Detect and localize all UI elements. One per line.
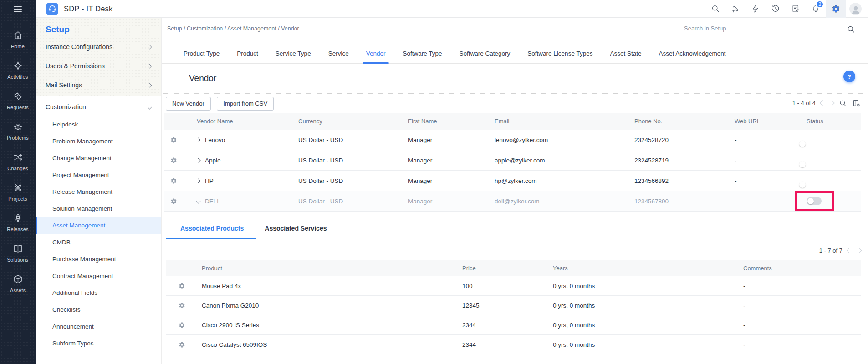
top-bar: SDP - IT Desk 2 bbox=[36, 0, 868, 18]
sidebar-item-announcement[interactable]: Announcement bbox=[36, 318, 161, 335]
vendor-name-cell[interactable]: Apple bbox=[197, 157, 298, 164]
vendor-name-cell[interactable]: DELL bbox=[197, 198, 298, 205]
currency-cell: US Dollar - USD bbox=[298, 177, 408, 184]
sidebar-item-solution-management[interactable]: Solution Management bbox=[36, 200, 161, 217]
web-url-cell: - bbox=[735, 177, 807, 184]
tab-vendor[interactable]: Vendor bbox=[366, 43, 386, 63]
row-actions-button[interactable] bbox=[166, 322, 202, 329]
list-search-button[interactable] bbox=[839, 99, 847, 107]
rail-item-home[interactable]: Home bbox=[0, 24, 36, 55]
rail-item-assets[interactable]: Assets bbox=[0, 268, 36, 298]
global-search-button[interactable] bbox=[705, 0, 725, 18]
tab-associated-services[interactable]: Associated Services bbox=[265, 225, 327, 239]
gear-icon bbox=[832, 5, 840, 13]
search-in-setup-input[interactable] bbox=[683, 22, 838, 35]
setup-group-customization[interactable]: Customization bbox=[36, 96, 161, 116]
years-cell: 0 yrs, 0 months bbox=[553, 302, 743, 309]
sidebar-item-helpdesk[interactable]: Helpdesk bbox=[36, 116, 161, 133]
sidebar-item-purchase-management[interactable]: Purchase Management bbox=[36, 251, 161, 268]
prev-page-button[interactable] bbox=[847, 248, 853, 253]
sidebar-item-subform-types[interactable]: Subform Types bbox=[36, 335, 161, 352]
col-email: Email bbox=[495, 118, 634, 125]
search-icon bbox=[847, 25, 855, 34]
row-actions-button[interactable] bbox=[164, 157, 197, 164]
user-avatar[interactable] bbox=[849, 3, 862, 15]
notifications-button[interactable]: 2 bbox=[806, 0, 826, 18]
settings-button[interactable] bbox=[826, 0, 846, 18]
rail-item-projects[interactable]: Projects bbox=[0, 177, 36, 207]
sidebar-item-problem-management[interactable]: Problem Management bbox=[36, 133, 161, 150]
tab-product-type[interactable]: Product Type bbox=[184, 43, 220, 63]
tab-software-license-types[interactable]: Software License Types bbox=[527, 43, 592, 63]
help-button[interactable]: ? bbox=[843, 71, 855, 82]
setup-group-users-permissions[interactable]: Users & Permissions bbox=[36, 56, 161, 76]
sidebar-item-asset-management[interactable]: Asset Management bbox=[36, 217, 161, 234]
vendor-table: Vendor Name Currency First Name Email Ph… bbox=[164, 113, 861, 212]
sidebar-item-change-management[interactable]: Change Management bbox=[36, 150, 161, 167]
setup-search-button[interactable] bbox=[847, 25, 855, 34]
phone-cell: 1234567890 bbox=[634, 198, 735, 205]
sidebar-item-cmdb[interactable]: CMDB bbox=[36, 234, 161, 251]
problems-icon bbox=[13, 121, 23, 132]
app-logo[interactable] bbox=[46, 3, 58, 15]
vendor-name-cell[interactable]: HP bbox=[197, 177, 298, 184]
rail-item-activities[interactable]: Activities bbox=[0, 55, 36, 85]
tab-software-category[interactable]: Software Category bbox=[460, 43, 511, 63]
setup-group-mail-settings[interactable]: Mail Settings bbox=[36, 76, 161, 95]
product-cell: Canon Pixma G2010 bbox=[202, 302, 462, 309]
next-page-button[interactable] bbox=[829, 100, 835, 106]
import-from-csv-button[interactable]: Import from CSV bbox=[217, 97, 274, 111]
row-actions-button[interactable] bbox=[166, 283, 202, 289]
rail-item-changes[interactable]: Changes bbox=[0, 146, 36, 177]
vendor-name-cell[interactable]: Lenovo bbox=[197, 136, 298, 143]
group-label: Instance Configurations bbox=[46, 43, 112, 51]
tab-associated-products[interactable]: Associated Products bbox=[180, 225, 244, 239]
col-years: Years bbox=[553, 265, 743, 272]
gear-icon bbox=[179, 322, 185, 329]
rail-item-solutions[interactable]: Solutions bbox=[0, 238, 36, 268]
history-button[interactable] bbox=[766, 0, 786, 18]
sidebar-item-contract-management[interactable]: Contract Management bbox=[36, 268, 161, 284]
quick-actions-button[interactable] bbox=[745, 0, 766, 18]
new-vendor-button[interactable]: New Vendor bbox=[166, 97, 211, 111]
history-icon bbox=[771, 4, 780, 13]
home-icon bbox=[13, 30, 23, 40]
ticket-add-icon bbox=[731, 4, 740, 13]
next-page-button[interactable] bbox=[856, 248, 862, 253]
rail-item-requests[interactable]: Requests bbox=[0, 85, 36, 116]
row-actions-button[interactable] bbox=[164, 198, 197, 205]
tab-product[interactable]: Product bbox=[237, 43, 258, 63]
person-icon bbox=[850, 4, 861, 15]
approvals-button[interactable] bbox=[786, 0, 806, 18]
row-actions-button[interactable] bbox=[166, 302, 202, 309]
product-cell: Cisco 2900 IS Series bbox=[202, 322, 462, 329]
activities-icon bbox=[13, 61, 23, 71]
hamburger-menu-button[interactable] bbox=[0, 0, 36, 18]
tab-asset-acknowledgement[interactable]: Asset Acknowledgement bbox=[659, 43, 725, 63]
gear-icon bbox=[170, 177, 177, 184]
sidebar-item-project-management[interactable]: Project Management bbox=[36, 167, 161, 183]
chevron-right-icon bbox=[148, 45, 152, 49]
tab-service-type[interactable]: Service Type bbox=[276, 43, 311, 63]
gear-icon bbox=[179, 302, 185, 309]
rail-item-releases[interactable]: Releases bbox=[0, 207, 36, 238]
table-row-product: Canon Pixma G2010 12345 0 yrs, 0 months … bbox=[166, 296, 861, 315]
currency-cell: US Dollar - USD bbox=[298, 198, 408, 205]
sidebar-item-checklists[interactable]: Checklists bbox=[36, 301, 161, 318]
gear-icon bbox=[170, 198, 177, 205]
tab-asset-state[interactable]: Asset State bbox=[610, 43, 641, 63]
column-settings-button[interactable] bbox=[852, 99, 861, 107]
rail-item-problems[interactable]: Problems bbox=[0, 116, 36, 146]
row-actions-button[interactable] bbox=[166, 341, 202, 348]
row-actions-button[interactable] bbox=[164, 177, 197, 184]
tab-service[interactable]: Service bbox=[328, 43, 349, 63]
new-ticket-button[interactable] bbox=[725, 0, 745, 18]
setup-group-instance-configurations[interactable]: Instance Configurations bbox=[36, 37, 161, 56]
prev-page-button[interactable] bbox=[820, 100, 826, 106]
tab-software-type[interactable]: Software Type bbox=[403, 43, 442, 63]
status-toggle-off[interactable] bbox=[807, 197, 822, 205]
sidebar-item-additional-fields[interactable]: Additional Fields bbox=[36, 284, 161, 301]
sidebar-item-release-management[interactable]: Release Management bbox=[36, 183, 161, 200]
vendor-table-header: Vendor Name Currency First Name Email Ph… bbox=[164, 113, 861, 130]
row-actions-button[interactable] bbox=[164, 136, 197, 143]
